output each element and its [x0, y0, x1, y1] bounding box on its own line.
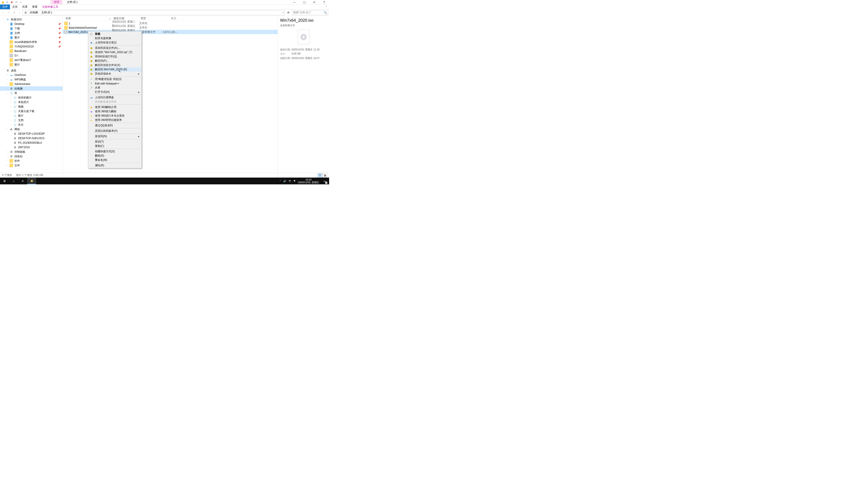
qat-dropdown-icon[interactable]: ▾: [19, 0, 23, 4]
tree-item[interactable]: ›文件: [0, 163, 63, 168]
menu-item[interactable]: 删除(D): [89, 154, 141, 158]
menu-item[interactable]: ▣添加到压缩文件(A)…: [89, 46, 141, 50]
tree-item[interactable]: ˅🖧网络: [0, 127, 63, 131]
tree-item[interactable]: excel表格制作求和📌: [0, 40, 63, 44]
menu-item[interactable]: 发送到(N)▶: [89, 134, 141, 138]
tree-item[interactable]: ›◫视频: [0, 104, 63, 109]
menu-item[interactable]: ■使用 360强力删除: [89, 109, 141, 113]
menu-item[interactable]: ☁上传到百度网盘: [89, 95, 141, 100]
menu-item[interactable]: ✧用 蜂蜜浏览器 浏览(3): [89, 77, 141, 81]
menu-item[interactable]: ▣解压到当前文件夹(X): [89, 63, 141, 67]
start-button[interactable]: ⊞: [0, 177, 9, 184]
taskbar-clock[interactable]: 16:32 2020/12/25, 星期五: [298, 178, 319, 184]
tree-item[interactable]: ›☁WPS网盘: [0, 77, 63, 82]
maximize-button[interactable]: ▢: [299, 0, 309, 4]
ribbon-tab-home[interactable]: 主页: [10, 4, 20, 9]
tree-item[interactable]: ˅★快速访问: [0, 17, 63, 22]
tree-item[interactable]: 🖥DESKTOP-LSSOEDP: [0, 131, 63, 136]
menu-item[interactable]: 创建快捷方式(S): [89, 149, 141, 154]
tree-item[interactable]: ›☁OneDrive: [0, 73, 63, 77]
tree-item[interactable]: G:\: [0, 53, 63, 58]
tree-item[interactable]: ›◫文档: [0, 118, 63, 123]
menu-item[interactable]: ●使用 360管理右键菜单: [89, 118, 141, 122]
menu-item[interactable]: 刻录光盘映像: [89, 36, 141, 40]
refresh-button[interactable]: ⟳: [286, 11, 291, 14]
col-type[interactable]: 类型: [139, 17, 162, 20]
col-name[interactable]: 名称▴: [64, 17, 112, 20]
tree-item[interactable]: ›🖥回收站: [0, 154, 63, 159]
tree-item[interactable]: YUNQISHI2019📌: [0, 44, 63, 49]
tree-item[interactable]: ›◫保存的图片: [0, 95, 63, 100]
chevron-right-icon[interactable]: ›: [39, 11, 40, 14]
tree-item[interactable]: 🖥ZMT2019: [0, 145, 63, 150]
taskbar-explorer-button[interactable]: ▣: [27, 177, 36, 184]
system-tray[interactable]: ˄ 🔊 中 ⚑ 16:32 2020/12/25, 星期五 ▭3: [280, 177, 329, 184]
view-icons-button[interactable]: ▦: [322, 173, 327, 177]
tree-item[interactable]: ›◫图片: [0, 113, 63, 118]
nav-back-button[interactable]: ←: [1, 10, 5, 15]
chevron-right-icon[interactable]: ›: [28, 11, 29, 14]
breadcrumb[interactable]: 🖥 › 此电脑 › 文档 (E:) › ▾: [23, 10, 285, 15]
view-details-button[interactable]: ☰: [317, 173, 322, 177]
menu-item[interactable]: ■使用 360解除占用: [89, 105, 141, 109]
tray-volume-icon[interactable]: 🔊: [283, 180, 286, 183]
search-input[interactable]: 搜索"文档 (E:)" 🔍: [292, 10, 328, 15]
help-button[interactable]: ?: [319, 0, 329, 4]
menu-item[interactable]: 通过QQ发送到: [89, 123, 141, 128]
file-row[interactable]: 12020/12/15, 星期二 1…文件夹: [63, 21, 278, 26]
chevron-right-icon[interactable]: ›: [53, 11, 54, 14]
menu-item[interactable]: 剪切(T): [89, 140, 141, 144]
nav-recent-dropdown[interactable]: ▾: [12, 10, 16, 15]
menu-item[interactable]: ■上传到有道云笔记: [89, 40, 141, 45]
menu-item[interactable]: ▣解压到 Win7x64_2020\ (E): [89, 67, 141, 72]
nav-tree[interactable]: ˅★快速访问▇Desktop📌▇下载📌▇文档📌▇图片📌excel表格制作求和📌Y…: [0, 16, 63, 177]
tree-item[interactable]: ▇Desktop📌: [0, 22, 63, 26]
menu-item[interactable]: ▣其他压缩命令▶: [89, 72, 141, 76]
col-size[interactable]: 大小: [162, 17, 178, 20]
tree-item[interactable]: ›◫天翼云盘下载: [0, 109, 63, 113]
tray-ime-icon[interactable]: 中: [289, 180, 291, 183]
crumb-folder[interactable]: 文档 (E:): [40, 11, 53, 14]
ribbon-tab-context-tool[interactable]: 光盘映像工具: [40, 4, 61, 9]
tree-item[interactable]: ›Administrator: [0, 82, 63, 86]
minimize-button[interactable]: ―: [289, 0, 299, 4]
ribbon-tab-view[interactable]: 查看: [30, 4, 40, 9]
menu-item[interactable]: ◌装载: [89, 32, 141, 36]
menu-item[interactable]: 重命名(M): [89, 158, 141, 162]
tree-item[interactable]: ›🖥此电脑: [0, 86, 63, 91]
task-view-button[interactable]: ⎚: [18, 177, 27, 184]
action-center-button[interactable]: ▭3: [321, 177, 328, 184]
taskbar[interactable]: ⊞ ⌕ ⎚ ▣ ˄ 🔊 中 ⚑ 16:32 2020/12/25, 星期五 ▭3: [0, 177, 329, 184]
qat-save-icon[interactable]: ✔: [5, 0, 9, 4]
tree-item[interactable]: 图片: [0, 62, 63, 67]
tray-overflow-icon[interactable]: ˄: [280, 180, 281, 183]
menu-item[interactable]: 属性(R): [89, 163, 141, 168]
tree-item[interactable]: 🖥DESKTOP-NJEU3CG: [0, 136, 63, 140]
tree-item[interactable]: ›◫本机照片: [0, 100, 63, 104]
breadcrumb-dropdown-icon[interactable]: ▾: [283, 11, 284, 14]
menu-item[interactable]: ▣用360压缩打开(Q): [89, 55, 141, 59]
tree-item[interactable]: ˅🖥桌面: [0, 68, 63, 73]
menu-item[interactable]: ▣添加到 "Win7x64_2020.zip" (T): [89, 50, 141, 55]
tree-item[interactable]: ›软件: [0, 159, 63, 163]
nav-up-button[interactable]: ↑: [17, 10, 22, 15]
crumb-this-pc[interactable]: 此电脑: [29, 11, 39, 14]
context-menu[interactable]: ◌装载刻录光盘映像■上传到有道云笔记▣添加到压缩文件(A)…▣添加到 "Win7…: [88, 31, 142, 168]
tree-item[interactable]: ▇图片📌: [0, 35, 63, 40]
menu-item[interactable]: 打开方式(H)▶: [89, 90, 141, 94]
tree-item[interactable]: win7重装win7: [0, 58, 63, 62]
tree-item[interactable]: Bandicam: [0, 49, 63, 53]
ribbon-expand-icon[interactable]: ⌃: [323, 4, 329, 9]
file-row[interactable]: BaiduNetdiskDownload2020/12/25, 星期五 1…文件…: [63, 26, 278, 30]
tree-item[interactable]: ▇文档📌: [0, 31, 63, 35]
menu-item[interactable]: ●使用 360进行木马云查杀: [89, 113, 141, 118]
tree-item[interactable]: ›◫库: [0, 91, 63, 95]
ribbon-tab-file[interactable]: 文件: [0, 4, 10, 9]
ribbon-tab-share[interactable]: 共享: [20, 4, 30, 9]
qat-close-icon[interactable]: ✖: [10, 0, 13, 4]
menu-item[interactable]: ✎Edit with Notepad++: [89, 81, 141, 86]
tree-item[interactable]: ›◫音乐: [0, 123, 63, 127]
menu-item[interactable]: ▣解压到(F)…: [89, 59, 141, 63]
nav-forward-button[interactable]: →: [6, 10, 11, 15]
tree-item[interactable]: 🖥PC-20190530OBLA: [0, 140, 63, 145]
